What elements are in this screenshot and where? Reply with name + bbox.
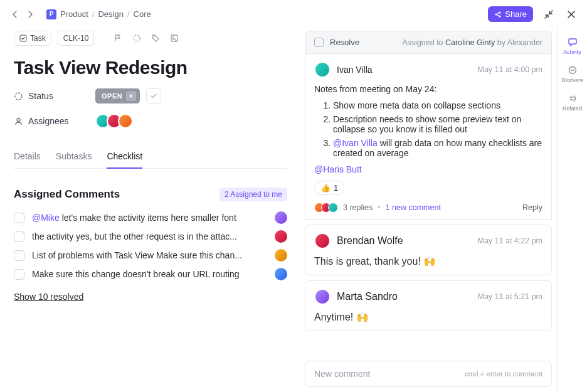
rail-label: Related	[563, 105, 582, 112]
comment-text: @Mike let's make the activity items here…	[32, 213, 267, 223]
chat-icon	[568, 37, 578, 47]
composer-placeholder: New comment	[314, 369, 370, 379]
tag-icon[interactable]	[149, 32, 162, 45]
person-icon	[14, 117, 23, 126]
avatar	[314, 61, 331, 78]
comment-author: Marta Sandro	[337, 291, 398, 302]
avatar	[314, 289, 331, 305]
resolve-checkbox[interactable]	[314, 38, 324, 47]
avatar	[328, 203, 338, 213]
checkbox[interactable]	[14, 213, 24, 223]
block-icon	[568, 65, 578, 75]
new-comment-badge[interactable]: 1 new comment	[386, 203, 441, 212]
side-rail: Activity Blockers Related	[557, 27, 587, 392]
sprint-icon[interactable]	[130, 32, 143, 45]
checkbox[interactable]	[14, 269, 24, 280]
link-icon	[568, 93, 578, 103]
topbar: P Product / Design / Core Share	[0, 0, 587, 27]
nav-forward[interactable]	[24, 8, 36, 21]
nav-back[interactable]	[9, 8, 21, 21]
tab-checklist[interactable]: Checklist	[107, 146, 142, 169]
comment-composer[interactable]: New comment cmd + enter to comment	[305, 361, 552, 387]
status-value: OPEN	[102, 92, 122, 100]
collapse-icon[interactable]	[542, 8, 556, 21]
thread-card: Ivan Villa May 11 at 4:00 pm Notes from …	[305, 54, 552, 220]
list-item[interactable]: List of problems with Task View Make sur…	[14, 249, 287, 262]
assignees-row: Assignees	[14, 114, 287, 129]
comment-intro: Notes from meeting on May 24:	[314, 84, 542, 94]
reply-count[interactable]: 3 replies	[343, 203, 373, 212]
tab-subtasks[interactable]: Subtasks	[56, 146, 92, 168]
task-chip[interactable]: Task	[14, 31, 51, 46]
assigned-to-me-badge[interactable]: 2 Assigned to me	[219, 188, 287, 201]
comment-body: This is great, thank you! 🙌	[314, 255, 542, 267]
resolve-label: Resolve	[330, 38, 359, 47]
svg-point-4	[134, 35, 140, 41]
assigned-comments-header: Assigned Comments 2 Assigned to me	[14, 188, 287, 201]
svg-rect-6	[171, 35, 177, 41]
svg-point-5	[154, 36, 155, 38]
task-chip-label: Task	[30, 34, 46, 43]
assigned-comment-list: @Mike let's make the activity items here…	[14, 211, 287, 280]
avatar	[275, 230, 287, 243]
list-item[interactable]: the activity yes, but the other request …	[14, 230, 287, 243]
rail-related[interactable]: Related	[558, 90, 587, 115]
list-item: Show more meta data on collapse sections	[333, 100, 542, 110]
assignees-label: Assignees	[28, 116, 69, 126]
list-item[interactable]: Make sure this change doesn't break our …	[14, 268, 287, 280]
rail-activity[interactable]: Activity	[558, 33, 587, 59]
tabs: Details Subtasks Checklist	[14, 146, 287, 169]
workspace-badge: P	[46, 9, 56, 19]
crumb-core[interactable]: Core	[134, 9, 151, 19]
tab-details[interactable]: Details	[14, 146, 41, 168]
comment-text: Make sure this change doesn't break our …	[32, 269, 267, 279]
close-icon[interactable]	[564, 8, 578, 21]
status-icon	[14, 92, 23, 101]
show-resolved-link[interactable]: Show 10 resolved	[14, 292, 287, 302]
share-button[interactable]: Share	[488, 6, 533, 22]
thread-card: Brendan Wolfe May 11 at 4:22 pm This is …	[305, 225, 552, 275]
assigned-heading: Assigned Comments	[14, 188, 120, 201]
thread-card: Marta Sandro May 11 at 5:21 pm Anytime! …	[305, 280, 552, 331]
activity-panel: Resolve Assigned to Caroline Ginty by Al…	[301, 27, 557, 392]
checkbox[interactable]	[14, 231, 24, 242]
crumb-product[interactable]: Product	[60, 9, 88, 19]
status-label: Status	[28, 91, 53, 101]
list-item[interactable]: @Mike let's make the activity items here…	[14, 211, 287, 224]
svg-point-9	[17, 118, 20, 121]
reply-avatars	[314, 203, 338, 213]
avatar	[118, 114, 133, 129]
task-id-chip[interactable]: CLK-10	[58, 31, 95, 46]
mark-complete-button[interactable]	[146, 88, 161, 103]
comment-time: May 11 at 4:22 pm	[477, 236, 542, 245]
assignee-avatars[interactable]	[95, 114, 133, 129]
check-icon	[19, 34, 27, 42]
comment-text: the activity yes, but the other request …	[32, 231, 267, 241]
main-panel: Task CLK-10 Task View Redesign Status OP…	[0, 27, 301, 392]
comment-time: May 11 at 4:00 pm	[477, 65, 542, 74]
mention-link[interactable]: @Haris Butt	[314, 164, 542, 174]
status-play-icon	[126, 91, 136, 101]
reaction-count: 1	[334, 183, 338, 193]
comment-list: Show more meta data on collapse sections…	[314, 100, 542, 158]
status-pill[interactable]: OPEN	[95, 88, 140, 103]
assigned-info: Assigned to Caroline Ginty by Alexander	[402, 38, 542, 47]
avatar	[314, 233, 331, 249]
reply-link[interactable]: Reply	[522, 203, 542, 212]
checkbox[interactable]	[14, 250, 24, 261]
task-toolbar: Task CLK-10	[14, 31, 287, 46]
list-item: @Ivan Villa will grab data on how many c…	[333, 138, 542, 158]
thread-header: Resolve Assigned to Caroline Ginty by Al…	[305, 31, 552, 54]
composer-hint: cmd + enter to comment	[465, 370, 542, 378]
rail-label: Activity	[563, 49, 581, 55]
comment-author: Ivan Villa	[337, 65, 373, 75]
share-icon	[494, 11, 502, 18]
rail-blockers[interactable]: Blockers	[558, 61, 587, 87]
image-icon[interactable]	[168, 32, 181, 45]
breadcrumb: P Product / Design / Core	[46, 9, 151, 19]
flag-icon[interactable]	[112, 32, 124, 45]
task-id-label: CLK-10	[63, 34, 89, 43]
reaction-button[interactable]: 👍 1	[314, 181, 344, 195]
crumb-design[interactable]: Design	[98, 9, 123, 19]
avatar	[275, 268, 287, 280]
